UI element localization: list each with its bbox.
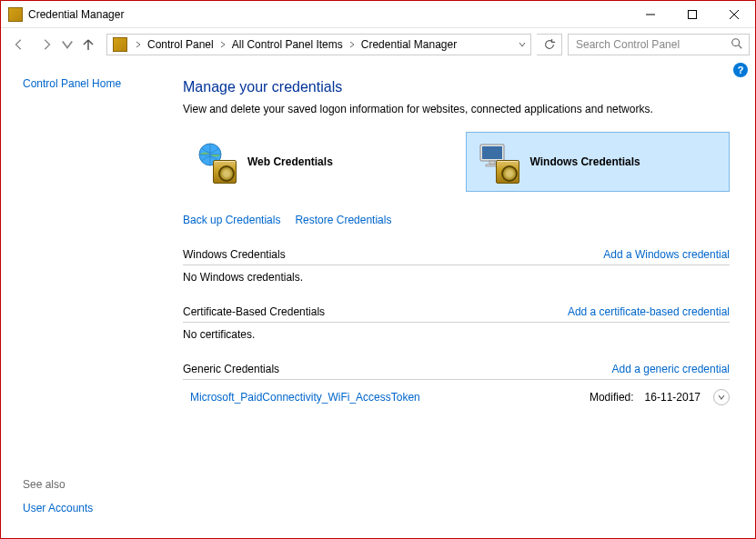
svg-rect-10 [489, 161, 495, 165]
generic-credentials-section: Generic Credentials Add a generic creden… [183, 363, 730, 409]
windows-credentials-tile[interactable]: Windows Credentials [466, 132, 731, 192]
credential-name[interactable]: Microsoft_PaidConnectivity_WiFi_AccessTo… [183, 391, 582, 404]
forward-button[interactable] [34, 32, 59, 57]
page-title: Manage your credentials [183, 79, 730, 95]
sidebar: Control Panel Home See also User Account… [1, 61, 183, 538]
search-input[interactable] [574, 37, 731, 52]
address-bar[interactable]: Control Panel All Control Panel Items Cr… [106, 34, 531, 55]
expand-credential-button[interactable] [713, 389, 730, 405]
windows-credentials-label: Windows Credentials [530, 155, 640, 168]
user-accounts-link[interactable]: User Accounts [23, 502, 172, 514]
add-generic-credential-link[interactable]: Add a generic credential [612, 363, 730, 375]
breadcrumb-control-panel[interactable]: Control Panel [146, 38, 216, 51]
svg-point-4 [732, 38, 740, 45]
chevron-right-icon[interactable] [131, 41, 146, 48]
cert-credentials-section: Certificate-Based Credentials Add a cert… [183, 305, 730, 341]
breadcrumb-all-items[interactable]: All Control Panel Items [230, 38, 345, 51]
titlebar: Credential Manager [1, 1, 755, 28]
search-box[interactable] [568, 34, 750, 55]
section-title-generic: Generic Credentials [183, 363, 279, 375]
restore-credentials-link[interactable]: Restore Credentials [295, 214, 391, 226]
credential-modified-label: Modified: [590, 391, 634, 404]
credential-row[interactable]: Microsoft_PaidConnectivity_WiFi_AccessTo… [183, 385, 730, 409]
navbar: Control Panel All Control Panel Items Cr… [1, 28, 755, 61]
recent-locations-button[interactable] [61, 32, 74, 57]
see-also-label: See also [23, 478, 172, 491]
svg-rect-1 [689, 10, 697, 18]
web-credentials-label: Web Credentials [247, 155, 333, 168]
window-title: Credential Manager [28, 8, 630, 21]
cert-credentials-empty: No certificates. [183, 323, 730, 341]
web-credentials-tile[interactable]: Web Credentials [183, 132, 448, 192]
add-windows-credential-link[interactable]: Add a Windows credential [603, 248, 730, 261]
web-credentials-icon [195, 142, 235, 182]
address-dropdown-button[interactable] [514, 35, 530, 55]
windows-credentials-section: Windows Credentials Add a Windows creden… [183, 248, 730, 284]
windows-credentials-empty: No Windows credentials. [183, 265, 730, 284]
chevron-right-icon[interactable] [216, 41, 230, 48]
svg-line-5 [739, 45, 742, 48]
up-button[interactable] [76, 32, 101, 57]
page-subtitle: View and delete your saved logon informa… [183, 103, 730, 115]
windows-credentials-icon [478, 142, 518, 182]
minimize-button[interactable] [630, 1, 671, 28]
back-button[interactable] [6, 32, 32, 57]
main-content: ? Manage your credentials View and delet… [183, 61, 755, 538]
backup-credentials-link[interactable]: Back up Credentials [183, 214, 280, 226]
close-button[interactable] [713, 1, 755, 28]
credential-manager-addr-icon [113, 37, 127, 52]
chevron-right-icon[interactable] [345, 41, 359, 48]
control-panel-home-link[interactable]: Control Panel Home [23, 77, 172, 90]
credential-manager-icon [8, 7, 23, 22]
search-icon[interactable] [731, 37, 743, 53]
help-icon[interactable]: ? [733, 63, 748, 77]
section-title-cert: Certificate-Based Credentials [183, 305, 325, 318]
breadcrumb-credential-manager[interactable]: Credential Manager [359, 38, 459, 51]
credential-modified-date: 16-11-2017 [645, 391, 701, 404]
add-cert-credential-link[interactable]: Add a certificate-based credential [568, 305, 730, 318]
refresh-button[interactable] [537, 34, 562, 55]
section-title-windows: Windows Credentials [183, 248, 286, 261]
maximize-button[interactable] [671, 1, 713, 28]
svg-rect-9 [482, 146, 502, 159]
